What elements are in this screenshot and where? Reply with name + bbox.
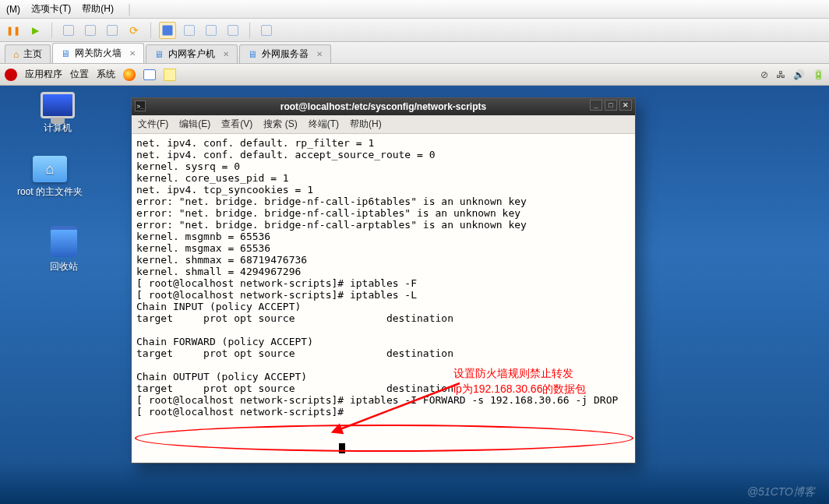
- unity-icon: [206, 25, 217, 36]
- terminal-output: net. ipv4. conf. default. rp_filter = 1 …: [136, 137, 630, 418]
- window-title: root@localhost:/etc/sysconfig/network-sc…: [280, 101, 486, 112]
- fullscreen-button[interactable]: [181, 22, 198, 39]
- battery-icon[interactable]: 🔋: [813, 69, 824, 80]
- fit-icon: [162, 25, 173, 36]
- menu-help[interactable]: 帮助(H): [350, 118, 382, 131]
- terminal-icon: >_: [135, 100, 146, 111]
- vm-menu-help[interactable]: 帮助(H): [82, 2, 114, 16]
- monitor-icon: 🖥: [154, 49, 164, 60]
- pause-icon: [6, 25, 20, 36]
- menu-places[interactable]: 位置: [70, 68, 89, 81]
- manage-button[interactable]: [104, 22, 121, 39]
- desktop-icon-home[interactable]: ⌂ root 的主文件夹: [16, 156, 84, 199]
- tab-label: 网关防火墙: [75, 47, 122, 60]
- terminal-titlebar[interactable]: >_ root@localhost:/etc/sysconfig/network…: [132, 98, 635, 115]
- tab-label: 外网服务器: [262, 48, 309, 61]
- manage-icon: [107, 25, 118, 36]
- menu-edit[interactable]: 编辑(E): [179, 118, 210, 131]
- terminal-cursor: [339, 443, 345, 453]
- minimize-button[interactable]: _: [590, 100, 602, 111]
- vm-menu-tabs[interactable]: 选项卡(T): [31, 2, 71, 16]
- volume-icon[interactable]: 🔊: [793, 69, 805, 80]
- maximize-button[interactable]: □: [605, 100, 617, 111]
- revert-button[interactable]: [82, 22, 99, 39]
- tab-home[interactable]: ⌂ 主页: [5, 44, 51, 63]
- thumbnail-icon: [228, 25, 238, 36]
- close-button[interactable]: ✕: [619, 100, 632, 111]
- snapshot-button[interactable]: [60, 22, 77, 39]
- tab-label: 主页: [23, 48, 42, 61]
- toolbar-separator: [51, 23, 52, 38]
- pause-button[interactable]: [5, 22, 22, 39]
- menu-terminal[interactable]: 终端(T): [309, 118, 339, 131]
- snapshot-icon: [63, 25, 74, 36]
- terminal-body[interactable]: net. ipv4. conf. default. rp_filter = 1 …: [132, 134, 635, 463]
- gnome-panel: 应用程序 位置 系统 ⊘ 🖧 🔊 🔋: [0, 64, 829, 86]
- monitor-icon: 🖥: [61, 48, 70, 59]
- terminal-menubar: 文件(F) 编辑(E) 查看(V) 搜索 (S) 终端(T) 帮助(H): [132, 115, 635, 134]
- close-icon[interactable]: ✕: [223, 50, 229, 58]
- tab-intranet-client[interactable]: 🖥 内网客户机 ✕: [146, 44, 238, 63]
- close-icon[interactable]: ✕: [316, 50, 323, 58]
- network-icon[interactable]: 🖧: [776, 69, 785, 80]
- mail-icon[interactable]: [143, 69, 156, 80]
- vm-menubar: (M) 选项卡(T) 帮助(H) |: [0, 0, 829, 19]
- play-icon: [32, 25, 39, 36]
- desktop-icon-trash[interactable]: 回收站: [30, 226, 98, 273]
- clock-icon: [129, 24, 139, 37]
- play-button[interactable]: [26, 22, 44, 39]
- watermark: @51CTO博客: [747, 485, 815, 499]
- vm-tabs: ⌂ 主页 🖥 网关防火墙 ✕ 🖥 内网客户机 ✕ 🖥 外网服务器 ✕: [0, 42, 829, 64]
- folder-icon: ⌂: [33, 156, 67, 182]
- home-icon: ⌂: [13, 49, 19, 60]
- monitor-icon: 🖥: [248, 49, 257, 60]
- menu-search[interactable]: 搜索 (S): [263, 118, 297, 131]
- terminal-window[interactable]: >_ root@localhost:/etc/sysconfig/network…: [131, 97, 636, 463]
- desktop-icon-computer[interactable]: 计算机: [23, 92, 92, 135]
- computer-icon: [41, 92, 75, 118]
- tab-extranet-server[interactable]: 🖥 外网服务器 ✕: [239, 44, 331, 63]
- icon-label: 回收站: [50, 260, 78, 273]
- menu-divider: |: [128, 2, 131, 16]
- note-icon[interactable]: [164, 69, 176, 81]
- trash-icon: [51, 226, 77, 257]
- firefox-icon[interactable]: [123, 69, 136, 81]
- close-icon[interactable]: ✕: [129, 49, 136, 58]
- icon-label: root 的主文件夹: [17, 185, 83, 199]
- menu-view[interactable]: 查看(V): [221, 118, 252, 131]
- unity-button[interactable]: [203, 22, 220, 39]
- revert-icon: [85, 25, 96, 36]
- warning-icon[interactable]: ⊘: [760, 69, 768, 80]
- clock-button[interactable]: [125, 22, 143, 39]
- library-icon: [261, 25, 272, 36]
- menu-system[interactable]: 系统: [97, 68, 115, 81]
- menu-applications[interactable]: 应用程序: [25, 68, 62, 81]
- toolbar-separator: [150, 23, 151, 38]
- redhat-icon[interactable]: [5, 69, 17, 81]
- vm-toolbar: [0, 19, 829, 42]
- library-button[interactable]: [258, 22, 275, 39]
- system-tray: ⊘ 🖧 🔊 🔋: [760, 69, 824, 80]
- toolbar-separator: [249, 23, 250, 38]
- fit-guest-button[interactable]: [159, 22, 176, 39]
- vm-menu-m[interactable]: (M): [6, 4, 20, 15]
- menu-file[interactable]: 文件(F): [138, 118, 168, 131]
- tab-gateway-firewall[interactable]: 🖥 网关防火墙 ✕: [52, 43, 144, 63]
- tab-label: 内网客户机: [168, 48, 215, 61]
- fullscreen-icon: [184, 25, 195, 36]
- thumbnail-button[interactable]: [224, 22, 242, 39]
